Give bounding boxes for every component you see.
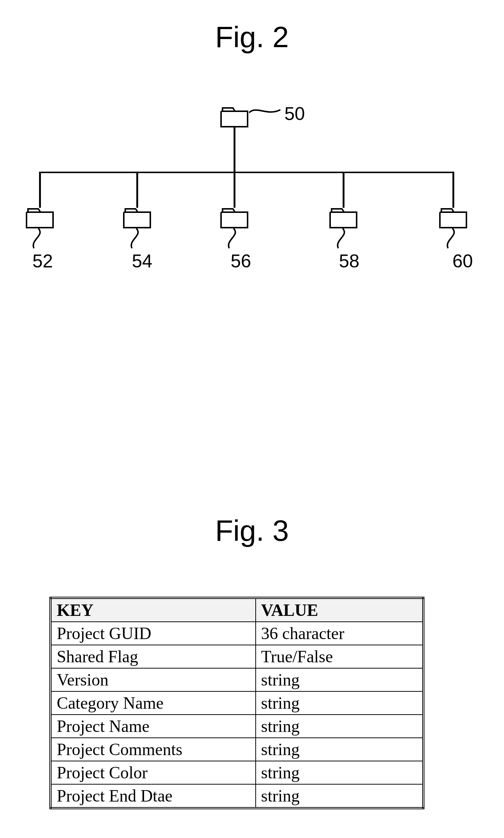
cell-key: Project End Dtae: [50, 784, 256, 808]
table-row: Project Namestring: [50, 715, 423, 738]
label-child-4: 58: [339, 250, 360, 272]
table-row: Project Commentsstring: [50, 738, 423, 761]
cell-value: string: [256, 738, 423, 761]
tree-drop-3: [234, 172, 235, 208]
leader-52: [30, 228, 52, 249]
leader-50: [249, 105, 282, 116]
label-child-1: 52: [32, 250, 53, 272]
table-header-row: KEY VALUE: [50, 598, 423, 622]
cell-key: Category Name: [50, 691, 256, 715]
tree-drop-1: [39, 172, 41, 208]
tree-bus: [39, 172, 454, 173]
figure-3-table-wrap: KEY VALUE Project GUID36 character Share…: [49, 597, 424, 809]
table-row: Project GUID36 character: [50, 622, 423, 645]
leader-54: [128, 228, 150, 249]
table-row: Category Namestring: [50, 691, 423, 715]
label-root-50: 50: [284, 103, 305, 125]
cell-value: string: [256, 691, 423, 715]
folder-child-4-icon: [329, 208, 357, 228]
folder-child-1-icon: [26, 208, 54, 228]
tree-drop-5: [452, 172, 454, 208]
leader-56: [225, 228, 248, 249]
folder-child-5-icon: [439, 208, 467, 228]
tree-drop-4: [343, 172, 344, 208]
table-row: Project Colorstring: [50, 761, 423, 784]
cell-key: Version: [50, 668, 256, 691]
header-key: KEY: [50, 598, 256, 622]
leader-58: [335, 228, 357, 249]
table-row: Project End Dtaestring: [50, 784, 423, 808]
label-child-5: 60: [452, 250, 473, 272]
figure-2-title: Fig. 2: [0, 20, 504, 54]
header-value: VALUE: [256, 598, 423, 622]
tree-stem: [234, 127, 235, 172]
folder-child-2-icon: [123, 208, 151, 228]
cell-value: string: [256, 668, 423, 691]
cell-key: Project Comments: [50, 738, 256, 761]
cell-key: Project Color: [50, 761, 256, 784]
cell-value: True/False: [256, 645, 423, 668]
tree-drop-2: [136, 172, 138, 208]
table-row: Versionstring: [50, 668, 423, 691]
label-child-3: 56: [231, 250, 251, 272]
cell-value: string: [256, 715, 423, 738]
figure-3-title: Fig. 3: [0, 514, 504, 548]
cell-key: Project Name: [50, 715, 256, 738]
leader-60: [444, 228, 466, 249]
cell-value: 36 character: [256, 622, 423, 645]
folder-child-3-icon: [220, 208, 248, 228]
figure-3-table: KEY VALUE Project GUID36 character Share…: [49, 597, 424, 809]
cell-value: string: [256, 761, 423, 784]
table-row: Shared FlagTrue/False: [50, 645, 423, 668]
cell-key: Project GUID: [50, 622, 256, 645]
label-child-2: 54: [132, 250, 153, 272]
cell-key: Shared Flag: [50, 645, 256, 668]
folder-root-icon: [220, 107, 248, 127]
cell-value: string: [256, 784, 423, 808]
